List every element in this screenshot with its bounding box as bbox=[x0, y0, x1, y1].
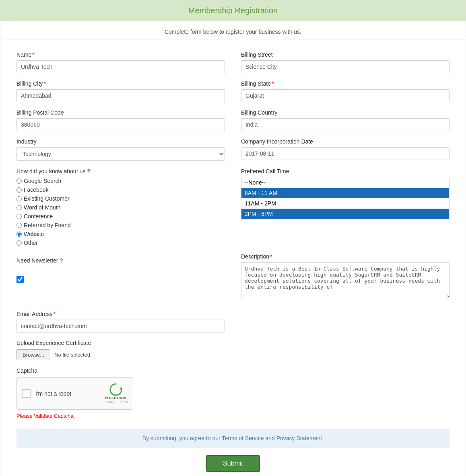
billing-street-label: Billing Street bbox=[241, 51, 450, 58]
preferred-call-label: Preffered Call Time bbox=[241, 168, 450, 174]
captcha-robot-text: I'm not a robot bbox=[35, 390, 71, 397]
name-input[interactable] bbox=[16, 60, 225, 73]
name-label: Name* bbox=[16, 51, 225, 58]
radio-conference[interactable]: Conference bbox=[16, 213, 225, 220]
browse-button[interactable]: Browse... bbox=[16, 349, 50, 360]
captcha-logo: reCAPTCHA Privacy - Terms bbox=[103, 383, 128, 404]
captcha-section: Captcha I'm not a robot reCAPTCHA bbox=[16, 367, 450, 419]
no-file-text: No file selected. bbox=[54, 352, 92, 358]
radio-website[interactable]: Website bbox=[16, 231, 225, 237]
billing-postal-input[interactable] bbox=[16, 118, 225, 131]
captcha-error: Please Validate Captcha. bbox=[16, 413, 450, 419]
radio-google[interactable]: Google Search bbox=[16, 178, 225, 184]
page-title: Membership Registration bbox=[0, 6, 466, 15]
billing-state-input[interactable] bbox=[241, 89, 450, 102]
incorporation-date-input[interactable] bbox=[241, 147, 450, 160]
preferred-call-select[interactable]: --None-- 8AM - 11 AM 11AM - 2PM 2PM - 6P… bbox=[241, 177, 450, 221]
radio-facebook[interactable]: Facebook bbox=[16, 187, 225, 193]
submit-button[interactable]: Submit bbox=[206, 455, 260, 472]
billing-street-input[interactable] bbox=[241, 60, 450, 73]
page-header: Membership Registration bbox=[0, 0, 466, 21]
radio-other[interactable]: Other bbox=[16, 240, 225, 246]
captcha-box[interactable]: I'm not a robot reCAPTCHA Privacy - Term… bbox=[16, 377, 133, 410]
billing-city-input[interactable] bbox=[16, 89, 225, 102]
upload-section: Upload Experience Certificate Browse... … bbox=[16, 340, 450, 360]
terms-bar: By submitting, you agree to our Terms of… bbox=[16, 429, 450, 448]
newsletter-checkbox[interactable] bbox=[16, 276, 24, 283]
billing-country-input[interactable] bbox=[241, 118, 450, 131]
svg-marker-0 bbox=[120, 387, 122, 390]
description-label: Description* bbox=[241, 253, 450, 260]
newsletter-label: Need Newsletter ? bbox=[16, 257, 225, 264]
email-label: Email Address* bbox=[16, 311, 225, 317]
billing-city-label: Billing City* bbox=[16, 80, 225, 87]
email-input[interactable] bbox=[16, 320, 225, 332]
radio-existing[interactable]: Existing Customer bbox=[16, 195, 225, 202]
billing-state-label: Billing State* bbox=[241, 80, 450, 87]
recaptcha-icon bbox=[109, 383, 122, 396]
incorporation-date-label: Company Incorporation Date bbox=[241, 138, 450, 145]
billing-postal-label: Billing Postal Code bbox=[16, 109, 225, 116]
industry-label: Industry bbox=[16, 138, 225, 145]
description-textarea[interactable]: Urdhva Tech is a Best-In-Class Software … bbox=[241, 262, 450, 298]
billing-country-label: Billing Country bbox=[241, 109, 450, 116]
recaptcha-brand: reCAPTCHA bbox=[105, 396, 126, 400]
captcha-checkbox[interactable] bbox=[22, 389, 31, 398]
submit-row: Submit bbox=[16, 455, 450, 476]
industry-select[interactable]: Technology Finance Healthcare Education … bbox=[16, 147, 225, 161]
captcha-label: Captcha bbox=[16, 367, 450, 374]
radio-word[interactable]: Word of Mouth bbox=[16, 204, 225, 211]
page-subtitle: Complete form below to register your bus… bbox=[0, 21, 466, 39]
upload-label: Upload Experience Certificate bbox=[16, 340, 450, 346]
radio-referred[interactable]: Referred by Friend bbox=[16, 222, 225, 228]
how-radio-group: Google Search Facebook Existing Customer… bbox=[16, 178, 225, 246]
recaptcha-links: Privacy - Terms bbox=[103, 400, 128, 404]
how-label: How did you know about us ? bbox=[16, 168, 225, 174]
